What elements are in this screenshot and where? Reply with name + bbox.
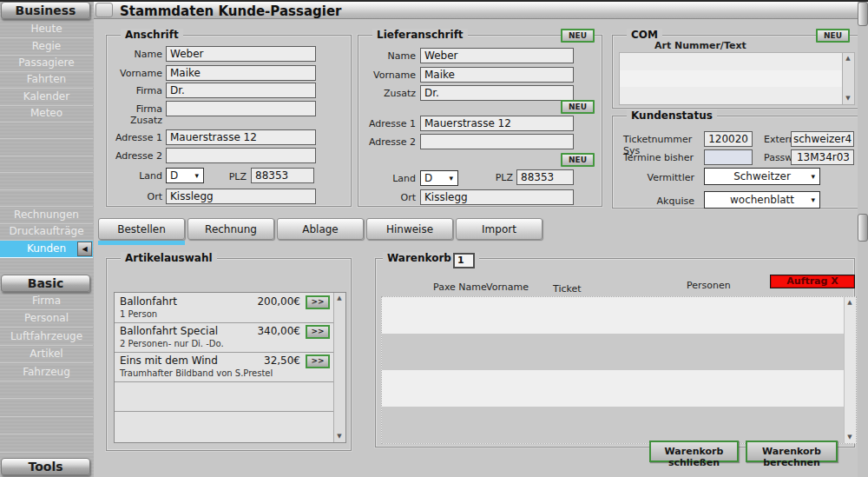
titlebar-button[interactable] [95,3,113,17]
sidebar-item-fahrten[interactable]: Fahrten [0,71,93,89]
scroll-down-icon[interactable]: ▼ [843,94,853,103]
adresse2-input[interactable] [166,148,316,163]
list-item-ballonfahrt[interactable]: Ballonfahrt 200,00€ >> 1 Person [115,293,333,323]
sidebar-item-kunden[interactable]: Kunden ◀ [0,241,93,258]
scroll-up-icon[interactable]: ▲ [845,298,855,308]
sidebar-item-fahrzeug[interactable]: Fahrzeug [0,364,93,381]
com-scrollbar[interactable]: ▲ ▼ [842,53,854,104]
scroll-down-icon[interactable]: ▼ [845,433,855,442]
column-personen: Personen [687,280,731,291]
liefer-ort-input[interactable] [420,189,574,205]
firma-input[interactable] [166,83,316,98]
list-item-ballonfahrt-special[interactable]: Ballonfahrt Special 340,00€ >> 2 Persone… [115,322,333,353]
warenkorb-berechnen-button[interactable]: Warenkorb berechnen [746,441,838,462]
tab-import[interactable]: Import [456,218,542,240]
cart-row [382,297,844,334]
scroll-up-icon[interactable]: ▲ [334,294,345,303]
neu-button-com[interactable]: NEU [816,29,850,43]
sidebar-item-regie[interactable]: Regie [0,38,93,56]
sidebar-item-artikel[interactable]: Artikel [0,346,93,363]
liefer-adresse1-input[interactable] [420,116,574,131]
vorname-label: Vorname [108,68,162,79]
add-to-cart-button[interactable]: >> [306,325,330,339]
warenkorb-list: ▲ ▼ [381,296,857,444]
collapse-left-icon[interactable]: ◀ [77,242,92,256]
liefer-vorname-label: Vorname [360,70,416,81]
ticketnummer-input[interactable] [704,131,753,147]
akquise-select-value: wochenblatt [730,194,794,206]
neu-button-city[interactable]: NEU [561,153,595,167]
tab-rechnung[interactable]: Rechnung [187,218,274,240]
sidebar-item-luftfahrzeuge[interactable]: Luftfahrzeuge [0,328,93,346]
artikel-scrollbar[interactable]: ▲ ▼ [333,293,345,442]
liefer-name-input[interactable] [420,48,574,63]
sidebar-item-firma[interactable]: Firma [0,293,93,310]
sidebar-item-druckauftraege[interactable]: Druckaufträge [0,223,93,241]
sidebar-header-business[interactable]: Business [1,2,90,19]
add-to-cart-button[interactable]: >> [306,295,330,309]
firma-label: Firma [108,85,162,96]
liefer-adresse2-input[interactable] [420,134,574,149]
lieferanschrift-legend: Lieferanschrift [372,29,468,41]
sidebar-item-empty [0,417,93,434]
sidebar-item-rechnungen[interactable]: Rechnungen [0,207,93,224]
warenkorb-count[interactable]: 1 [453,253,475,268]
list-item-empty [115,381,333,412]
warenkorb-schliessen-button[interactable]: Warenkorb schließen [649,441,739,462]
add-to-cart-button[interactable]: >> [306,354,330,368]
sidebar-item-personal[interactable]: Personal [0,310,93,328]
land-select-value: D [170,169,178,182]
auftrag-x-button[interactable]: Auftrag X [770,275,855,288]
ort-input[interactable] [166,189,316,204]
liefer-vorname-input[interactable] [420,67,574,83]
scroll-up-icon[interactable]: ▲ [843,54,853,63]
akquise-select[interactable]: wochenblatt ▾ [704,191,820,209]
chevron-down-icon: ▾ [449,174,453,182]
termine-input[interactable] [704,149,753,165]
tab-ablage[interactable]: Ablage [277,218,364,240]
sidebar-item-kalender[interactable]: Kalender [0,89,93,106]
land-select[interactable]: D ▾ [166,168,204,183]
sidebar-item-heute[interactable]: Heute [0,21,93,38]
name-label: Name [108,49,162,60]
tab-bestellen[interactable]: Bestellen [98,218,185,240]
liefer-plz-input[interactable] [516,169,574,185]
vermittler-select-value: Schweitzer [733,170,791,182]
plz-label: PLZ [220,171,247,182]
firma-zusatz-input[interactable] [166,101,316,116]
sidebar-item-passagiere[interactable]: Passagiere [0,55,93,72]
artikel-name: Ballonfahrt Special [120,325,218,337]
neu-button-street[interactable]: NEU [561,100,595,114]
com-list[interactable]: ▲ ▼ [619,52,855,105]
column-vorname: Vorname [486,282,529,293]
sidebar: Business Heute Regie Passagiere Fahrten … [0,2,94,477]
vorname-input[interactable] [166,65,316,81]
termine-label: Termine bisher [623,152,706,163]
scroll-down-icon[interactable]: ▼ [334,432,345,441]
warenkorb-scrollbar[interactable]: ▲ ▼ [844,297,856,443]
tab-hinweise[interactable]: Hinweise [366,218,453,240]
application-window: Business Heute Regie Passagiere Fahrten … [0,0,868,477]
list-item-eins-mit-dem-wind[interactable]: Eins mit dem Wind 32,50€ >> Traumhafter … [115,352,333,382]
artikel-name: Ballonfahrt [120,295,177,308]
name-input[interactable] [166,46,316,62]
neu-button-address[interactable]: NEU [561,29,595,43]
extern-input[interactable] [791,131,854,147]
sidebar-header-tools[interactable]: Tools [1,458,90,475]
liefer-land-select[interactable]: D ▾ [420,170,458,186]
sidebar-item-meteo[interactable]: Meteo [0,105,93,123]
ort-label: Ort [108,191,162,202]
passw-input[interactable] [791,149,854,165]
kundenstatus-groupbox: Kundenstatus Ticketnummer Sys Extern Ter… [612,116,859,209]
vermittler-select[interactable]: Schweitzer ▾ [704,168,820,185]
sidebar-header-basic[interactable]: Basic [1,275,90,292]
land-label: Land [108,170,162,182]
plz-input[interactable] [251,168,314,183]
adresse1-input[interactable] [166,129,316,145]
scrollbar-thumb[interactable] [858,214,868,242]
artikel-price: 200,00€ [257,295,300,308]
warenkorb-groupbox: Warenkorb1 Paxe Name Vorname Ticket Pers… [375,258,855,447]
liefer-zusatz-input[interactable] [420,85,574,101]
window-scrollbar[interactable] [858,2,868,477]
scrollbar-thumb[interactable] [858,2,868,26]
